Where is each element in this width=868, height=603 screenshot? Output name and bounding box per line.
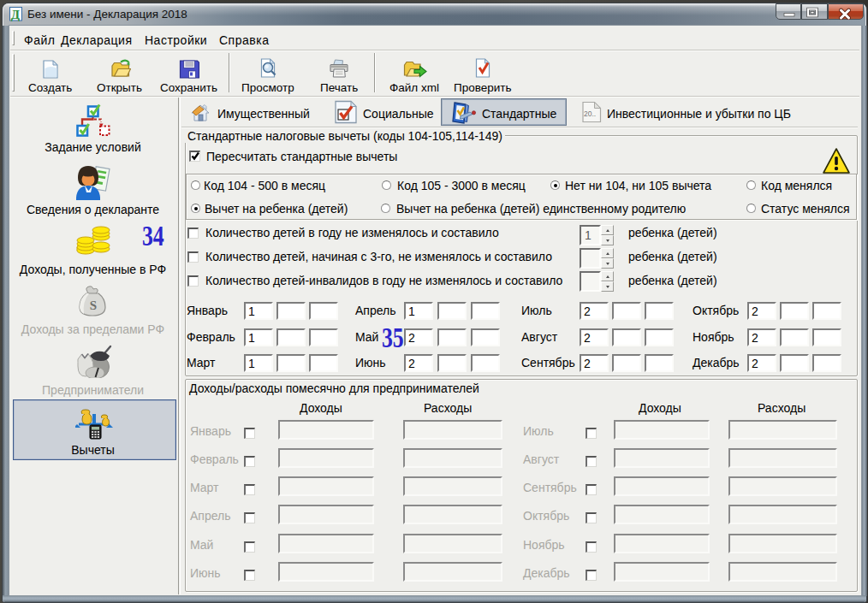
svg-text:20..: 20.. [584, 109, 596, 118]
svg-text:S: S [90, 299, 97, 312]
svg-text:Д: Д [11, 8, 21, 21]
